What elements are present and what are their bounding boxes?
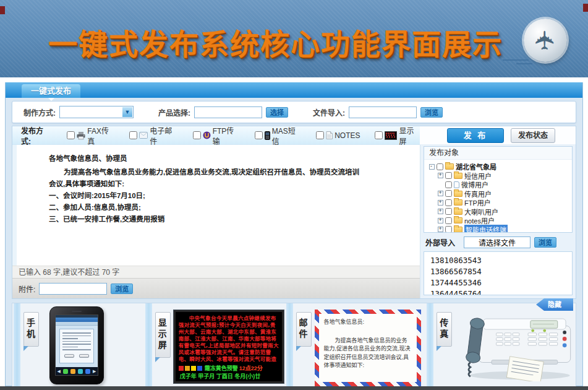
tree-checkbox[interactable] <box>445 199 452 206</box>
email-icon <box>139 132 148 139</box>
tree-checkbox[interactable] <box>437 163 443 170</box>
file-import-group: 文件导入: 浏览 <box>313 106 443 118</box>
method-mas-sms[interactable]: MAS短信 <box>255 125 301 146</box>
product-select-group: 产品选择: 选择 <box>158 106 288 118</box>
message-column: 各地气象信息员、协理员 为提高各地气象信息员业务能力,促进信息员业务交流,现决定… <box>12 145 420 298</box>
attachment-input[interactable] <box>39 283 107 295</box>
message-editor[interactable]: 各地气象信息员、协理员 为提高各地气象信息员业务能力,促进信息员业务交流,现决定… <box>12 145 420 266</box>
folder-icon <box>445 163 454 170</box>
char-count-status: 已输入 68 字,建议不超过 70 字 <box>12 266 420 278</box>
expander-plus-icon[interactable] <box>438 191 443 196</box>
notes-icon <box>326 131 333 139</box>
method-fax[interactable]: FAX传真 <box>67 125 114 146</box>
led-warning-text: 霜冻黄色预警 <box>205 364 238 372</box>
publish-actions: 发 布 发布状态 <box>420 126 576 145</box>
editor-line: 三、已统一安排工作餐,交通费用报销 <box>49 214 407 225</box>
ftp-checkbox[interactable] <box>193 131 201 139</box>
method-label: 显示屏 <box>399 125 420 146</box>
publish-button[interactable]: 发 布 <box>447 128 504 143</box>
file-import-input[interactable] <box>349 106 417 118</box>
expander-plus-icon[interactable] <box>438 173 443 178</box>
fax-icon <box>77 131 85 140</box>
mail-greeting: 各地气象信息员: <box>324 318 412 327</box>
external-import-label: 外部导入 <box>425 237 455 248</box>
publish-method-bar: 发布方式: FAX传真 电子邮件 <box>12 126 420 145</box>
led-status-row: 霜冻黄色预警 12点22分 <box>179 364 279 372</box>
tree-item-smart-phone-terminal[interactable]: 智能电话终端 <box>429 225 572 233</box>
expander-plus-icon[interactable] <box>438 209 443 214</box>
publish-method-label: 发布方式: <box>21 125 52 146</box>
led-screen-icon <box>385 131 397 140</box>
decor-line <box>503 59 529 61</box>
product-select-input[interactable] <box>194 106 262 118</box>
method-email[interactable]: 电子邮件 <box>129 125 177 146</box>
targets-tree: 湖北省气象局 短信用户 微博用户 <box>424 160 572 233</box>
decor-line <box>516 63 532 64</box>
divider <box>427 303 433 386</box>
product-select-button[interactable]: 选择 <box>266 107 288 118</box>
expander-minus-icon[interactable] <box>429 164 435 170</box>
attachment-browse-button[interactable]: 浏览 <box>111 284 133 294</box>
expander-plus-icon[interactable] <box>438 218 443 223</box>
notes-checkbox[interactable] <box>316 131 324 139</box>
mas-sms-icon <box>265 131 270 140</box>
email-checkbox[interactable] <box>129 131 137 139</box>
tree-item-root[interactable]: 湖北省气象局 <box>429 162 572 171</box>
phone-illustration: ◀ ▶ <box>49 306 104 384</box>
tree-item-notes-users[interactable]: notes用户 <box>429 216 572 225</box>
banner: 一键式发布系统核心功能界面展示 ✈ <box>0 0 588 77</box>
led-screen-checkbox[interactable] <box>375 131 383 139</box>
file-icon <box>454 181 459 188</box>
warning-icon <box>197 366 202 371</box>
tree-item-weibo-users[interactable]: 微博用户 <box>429 180 572 189</box>
fax-machine-illustration <box>455 306 576 384</box>
divider <box>14 303 20 386</box>
editor-line: 各地气象信息员、协理员 <box>49 153 407 165</box>
tree-checkbox[interactable] <box>445 217 452 224</box>
tree-checkbox[interactable] <box>445 226 452 233</box>
page-title: 一键式发布系统核心功能界面展示 <box>48 20 503 63</box>
external-import-file-input[interactable] <box>464 236 530 248</box>
tree-item-loudspeaker-users[interactable]: 大喇叭用户 <box>429 207 572 217</box>
tree-item-ftp-users[interactable]: FTP用户 <box>429 198 572 207</box>
dropdown-arrow-icon[interactable]: ▼ <box>122 107 132 117</box>
mas-sms-checkbox[interactable] <box>255 131 263 139</box>
tree-item-sms-users[interactable]: 短信用户 <box>429 171 572 181</box>
app-window: 一键式发布 制作方式: ▼ 产品选择: 选择 文件导入: 浏览 发布方式: <box>5 82 583 386</box>
method-ftp[interactable]: FTP传输 <box>193 125 240 146</box>
product-select-label: 产品选择: <box>158 107 190 118</box>
tree-checkbox[interactable] <box>445 208 452 215</box>
folder-icon <box>454 191 462 197</box>
tree-checkbox[interactable] <box>445 190 452 197</box>
tab-one-click-publish[interactable]: 一键式发布 <box>22 84 80 98</box>
publish-status-button[interactable]: 发布状态 <box>511 128 555 143</box>
make-method-group: 制作方式: ▼ <box>23 106 134 118</box>
method-label: FTP传输 <box>213 125 240 146</box>
bottom-strip <box>0 386 588 390</box>
expander-plus-icon[interactable] <box>438 227 443 232</box>
led-time-text: 12点22分 <box>239 364 263 372</box>
phone-number: 13744455346 <box>430 277 566 288</box>
expander-plus-icon[interactable] <box>438 200 443 206</box>
tree-checkbox[interactable] <box>445 172 452 179</box>
showcase-section-fax: 传真 <box>435 303 576 386</box>
main-panel: 发布方式: FAX传真 电子邮件 <box>12 126 576 299</box>
led-display-illustration: 中央气象台今天早晨六点钟继续发布强对流天气预报:预计今天白天到夜间,贵州大部、云… <box>174 310 284 383</box>
file-import-browse-button[interactable]: 浏览 <box>420 107 443 118</box>
method-notes[interactable]: NOTES <box>316 131 360 140</box>
publish-targets-title: 发布对象 <box>424 147 572 160</box>
external-import-browse-button[interactable]: 浏览 <box>534 237 556 248</box>
tree-checkbox[interactable] <box>445 181 452 188</box>
showcase-panel: 隐藏 手机 ◀ <box>12 303 576 387</box>
led-text: 中央气象台今天早晨六点钟继续发布强对流天气预报:预计今天白天到夜间,贵州大部、云… <box>179 315 279 363</box>
make-method-select[interactable]: ▼ <box>59 106 134 118</box>
method-led-screen[interactable]: 显示屏 <box>375 125 420 146</box>
divider <box>286 303 293 386</box>
tree-item-fax-users[interactable]: 传真用户 <box>429 189 572 199</box>
mail-section-label: 邮件 <box>296 312 312 347</box>
phone-section-label: 手机 <box>23 312 39 347</box>
fax-checkbox[interactable] <box>67 131 75 139</box>
imported-numbers-list: 13810863543 13866567854 13744455346 1364… <box>424 251 573 295</box>
method-label: MAS短信 <box>272 125 301 146</box>
showcase-section-phone: 手机 ◀ <box>12 303 153 386</box>
